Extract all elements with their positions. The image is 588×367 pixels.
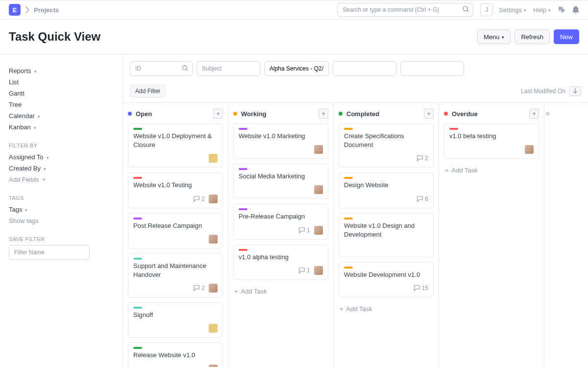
column-title: Working [241,110,267,118]
assignee-avatar [314,266,323,275]
column-menu[interactable]: ▾ [529,109,539,119]
show-tags[interactable]: Show tags [9,215,114,226]
kanban-card[interactable]: Pre-Release Campaign1 [233,204,328,239]
column-header: Working▾ [233,109,328,119]
card-title: Website v1.0 Testing [133,181,218,190]
chat-icon[interactable] [558,6,565,14]
card-title: Post Release Campaign [133,221,218,230]
breadcrumb[interactable]: Projects [34,6,59,14]
page-title: Task Quick View [9,30,477,44]
kanban-card[interactable]: Website v1.0 Marketing [233,123,328,159]
kanban-column-completed: Completed▾Create Specifications Document… [334,103,439,367]
comment-count: 2 [193,196,205,202]
sidebar-view-gantt[interactable]: Gantt [9,88,114,99]
refresh-button[interactable]: Refresh [514,29,550,44]
status-dot [339,112,343,116]
assignee-avatar [525,145,534,154]
svg-point-1 [183,66,187,70]
caret-down-icon: ▾ [47,155,49,160]
sidebar-view-kanban[interactable]: Kanban▾ [9,122,114,133]
kanban-card[interactable]: Create Specifications Document2 [339,123,434,168]
column-header: Open▾ [128,109,223,119]
plus-icon: + [42,176,46,183]
card-title: Design Website [344,181,428,190]
kanban-card[interactable]: v1.0 beta testing [444,123,539,159]
card-title: v1.0 alpha testing [239,253,323,262]
sidebar-view-calendar[interactable]: Calendar▾ [9,110,114,122]
add-filter-button[interactable]: Add Filter [130,85,166,98]
kanban-card[interactable]: Signoff [128,302,223,338]
caret-down-icon: ▾ [38,114,40,119]
card-title: Social Media Marketing [239,172,323,181]
subject-filter[interactable] [196,61,260,76]
card-tag [133,258,142,260]
top-bar: E Projects J Settings▾ Help▾ [0,0,588,20]
kanban-card[interactable]: Social Media Marketing [233,164,328,199]
caret-down-icon: ▾ [548,8,551,13]
settings-menu[interactable]: Settings▾ [499,6,526,14]
user-avatar[interactable]: J [480,3,493,16]
kanban-card[interactable]: Release Website v1.0 [128,343,223,367]
card-title: Release Website v1.0 [133,351,218,360]
card-title: Website Development v1.0 [344,270,428,279]
comment-count: 1 [298,227,310,234]
column-title: Overdue [452,110,478,118]
empty-filter-1[interactable] [333,61,396,76]
new-button[interactable]: New [554,29,579,44]
sidebar-filter-created-by[interactable]: Created By▾ [9,163,114,174]
column-menu[interactable]: ▾ [213,109,223,119]
add-task-button[interactable]: +Add Task [444,164,539,177]
help-menu[interactable]: Help▾ [533,6,551,14]
column-menu[interactable]: ▾ [424,109,434,119]
card-title: Pre-Release Campaign [239,212,323,221]
overflow-indicator [546,112,550,116]
kanban-card[interactable]: Website v1.0 Deployment & Closure [128,123,223,168]
empty-filter-2[interactable] [400,61,464,76]
plus-icon: + [234,288,238,295]
tags-heading: TAGS [9,195,114,201]
card-title: Website v1.0 Design and Development [344,221,428,239]
sidebar-view-reports[interactable]: Reports▾ [9,65,114,76]
filter-name-input[interactable] [9,245,90,260]
card-title: Signoff [133,311,218,319]
kanban-card[interactable]: Post Release Campaign [128,213,223,248]
bell-icon[interactable] [572,6,579,14]
card-tag [133,218,142,220]
add-task-button[interactable]: +Add Task [233,285,328,298]
plus-icon: + [340,305,343,313]
add-task-button[interactable]: +Add Task [339,302,434,316]
sidebar-filter-assigned-to[interactable]: Assigned To▾ [9,151,114,163]
kanban-card[interactable]: Design Website6 [339,172,434,208]
page-header: Task Quick View Menu▾ Refresh New [0,20,588,54]
card-tag [239,249,247,251]
caret-down-icon: ▾ [34,125,36,130]
kanban-card[interactable]: v1.0 alpha testing1 [233,245,328,280]
tags-dropdown[interactable]: Tags▾ [9,204,114,215]
card-tag [344,267,353,269]
kanban-card[interactable]: Website Development v1.015 [339,262,434,297]
sidebar-view-tree[interactable]: Tree [9,99,114,110]
card-tag [133,128,142,130]
status-dot [233,112,237,116]
search-input[interactable] [337,3,473,17]
add-fields[interactable]: Add Fields + [9,174,114,185]
app-logo[interactable]: E [9,4,21,16]
arrow-down-icon[interactable] [569,86,581,96]
kanban-card[interactable]: Website v1.0 Design and Development [339,213,434,257]
sort-control[interactable]: Last Modified On [521,86,581,96]
column-header: Overdue▾ [444,109,539,119]
assignee-avatar [209,195,218,203]
kanban-card[interactable]: Support and Maintenance Handover2 [128,253,223,297]
card-title: Support and Maintenance Handover [133,262,218,279]
kanban-card[interactable]: Website v1.0 Testing2 [128,172,223,208]
project-filter[interactable] [264,61,329,76]
main-area: Add Filter Last Modified On Open▾Website… [122,54,588,367]
comment-count: 6 [416,196,428,202]
column-header: Completed▾ [339,109,434,119]
column-menu[interactable]: ▾ [318,109,328,119]
card-tag [239,168,247,170]
menu-button[interactable]: Menu▾ [477,29,511,44]
assignee-avatar [314,185,323,194]
sidebar-view-list[interactable]: List [9,76,114,88]
kanban-overflow-column[interactable] [544,103,554,367]
